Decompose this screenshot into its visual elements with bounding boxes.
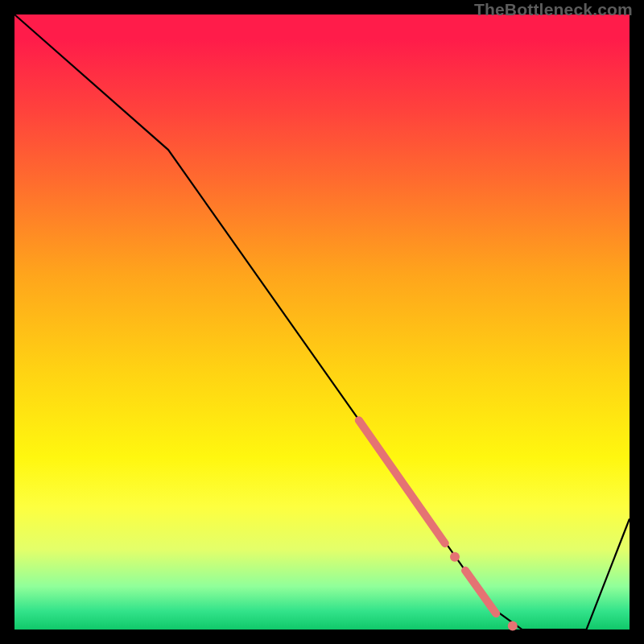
chart-container: TheBottleneck.com [0,0,644,644]
plot-background-gradient [14,14,630,630]
watermark-label: TheBottleneck.com [474,0,633,19]
